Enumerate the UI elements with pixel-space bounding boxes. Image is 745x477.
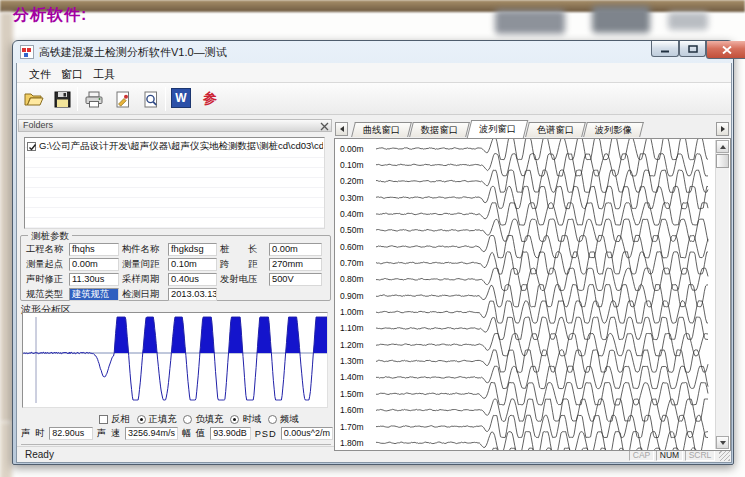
scrollbar-thumb[interactable] <box>716 154 729 168</box>
folders-panel-title: Folders <box>23 120 53 130</box>
sample-period-field[interactable]: 0.40us <box>168 273 217 286</box>
print-preview-button[interactable] <box>139 88 161 110</box>
folder-item[interactable]: G:\公司产品设计开发\超声仪器\超声仪实地检测数据\测桩cd\cd03\cd0… <box>27 140 323 153</box>
invert-label: 反相 <box>111 413 130 426</box>
menu-tools[interactable]: 工具 <box>89 66 119 83</box>
neg-fill-label: 负填充 <box>195 413 223 426</box>
field-label: 检测日期 <box>122 288 165 301</box>
parameter-button[interactable]: 参 <box>199 88 221 110</box>
minimize-button[interactable] <box>651 41 679 57</box>
depth-label: 1.20m <box>340 340 364 350</box>
span-field[interactable]: 270mm <box>269 258 322 271</box>
analysis-waveform <box>23 313 327 407</box>
vertical-scrollbar[interactable] <box>715 140 729 449</box>
background-edge <box>0 422 12 477</box>
tab-scroll-right-button[interactable] <box>716 122 729 136</box>
depth-label: 1.30m <box>340 356 364 366</box>
open-file-button[interactable] <box>23 88 45 110</box>
arrow-up-icon <box>720 145 726 149</box>
freq-domain-label: 频域 <box>280 413 299 426</box>
tab-curve-window[interactable]: 曲线窗口 <box>351 122 412 137</box>
print-button[interactable] <box>83 88 105 110</box>
checkbox-checked-icon[interactable] <box>27 142 36 151</box>
tab-wavetrain-image[interactable]: 波列影像 <box>583 122 644 137</box>
neg-fill-radio[interactable] <box>183 415 192 424</box>
spec-type-field[interactable]: 建筑规范 <box>69 288 119 301</box>
readout-row: 声 时 82.90us 声 速 3256.94m/s 幅 值 93.90dB P… <box>21 427 333 440</box>
depth-label: 0.70m <box>340 258 364 268</box>
component-name-field[interactable]: fhgkdsg <box>168 243 217 256</box>
toolbar-separator <box>77 87 78 111</box>
freq-domain-radio[interactable] <box>268 415 277 424</box>
open-folder-icon <box>24 91 44 107</box>
field-label: 规范类型 <box>26 288 66 301</box>
depth-label: 0.90m <box>340 291 364 301</box>
tab-scroll-left-button[interactable] <box>335 122 348 136</box>
printer-icon <box>84 91 104 108</box>
field-label: 发射电压 <box>220 273 266 286</box>
sound-time-value[interactable]: 82.90us <box>49 427 93 440</box>
field-label: 测量起点 <box>26 258 66 271</box>
window-title: 高铁建混凝土检测分析软件V1.0—测试 <box>39 45 227 60</box>
param-icon: 参 <box>203 90 217 108</box>
amplitude-value[interactable]: 93.90dB <box>210 427 250 440</box>
toolbar: W 参 <box>17 83 731 115</box>
depth-label: 1.40m <box>340 372 364 382</box>
wave-train-area[interactable]: 0.00m0.10m0.20m0.30m0.40m0.50m0.60m0.70m… <box>334 138 731 451</box>
amplitude-label: 幅 值 <box>182 427 206 440</box>
save-button[interactable] <box>51 88 73 110</box>
app-window: 高铁建混凝土检测分析软件V1.0—测试 文件 窗口 工具 <box>12 40 734 465</box>
invert-checkbox[interactable] <box>99 415 108 424</box>
measure-step-field[interactable]: 0.10m <box>168 258 217 271</box>
time-domain-label: 时域 <box>242 413 261 426</box>
analysis-waveform-plot[interactable] <box>22 312 328 408</box>
arrow-down-icon <box>720 441 726 445</box>
pile-params-group: 测桩参数 工程名称 fhqhs 构件名称 fhgkdsg 桩 长 0.00m 测… <box>20 235 331 301</box>
folders-list[interactable]: G:\公司产品设计开发\超声仪器\超声仪实地检测数据\测桩cd\cd03\cd0… <box>24 137 325 229</box>
toolbar-separator <box>165 87 166 111</box>
tab-wavetrain-window[interactable]: 波列窗口 <box>467 120 528 138</box>
field-label: 声时修正 <box>26 273 66 286</box>
time-domain-radio[interactable] <box>230 415 239 424</box>
pile-length-field[interactable]: 0.00m <box>269 243 322 256</box>
close-icon[interactable] <box>320 122 329 131</box>
depth-label: 0.40m <box>340 209 364 219</box>
menu-bar: 文件 窗口 工具 <box>17 63 731 83</box>
depth-label: 0.60m <box>340 242 364 252</box>
word-icon: W <box>175 91 186 105</box>
sound-speed-value[interactable]: 3256.94m/s <box>125 427 178 440</box>
time-correction-field[interactable]: 11.30us <box>69 273 119 286</box>
maximize-button[interactable] <box>679 41 706 57</box>
folder-path: G:\公司产品设计开发\超声仪器\超声仪实地检测数据\测桩cd\cd03\cd0… <box>39 140 323 153</box>
export-word-button[interactable]: W <box>171 88 191 108</box>
project-name-field[interactable]: fhqhs <box>69 243 119 256</box>
scroll-up-button[interactable] <box>716 140 729 153</box>
menu-window[interactable]: 窗口 <box>57 66 87 83</box>
voltage-field[interactable]: 500V <box>269 273 322 286</box>
folders-panel-header[interactable]: Folders <box>18 119 332 132</box>
background-blob <box>668 12 708 30</box>
client-area: 文件 窗口 工具 <box>16 63 732 463</box>
sound-speed-label: 声 速 <box>97 427 121 440</box>
depth-label: 0.20m <box>340 176 364 186</box>
psd-value[interactable]: 0.00us^2/m <box>281 427 333 440</box>
menu-file[interactable]: 文件 <box>25 66 55 83</box>
print-setup-button[interactable] <box>111 88 133 110</box>
close-button[interactable] <box>706 41 745 59</box>
test-date-field[interactable]: 2013.03.13 <box>168 288 217 301</box>
scroll-down-button[interactable] <box>716 436 729 449</box>
field-label: 采样周期 <box>122 273 165 286</box>
field-label: 桩 长 <box>220 243 266 256</box>
title-bar[interactable]: 高铁建混凝土检测分析软件V1.0—测试 <box>13 41 733 63</box>
measure-start-field[interactable]: 0.00m <box>69 258 119 271</box>
pos-fill-label: 正填充 <box>149 413 177 426</box>
depth-label: 1.80m <box>340 438 364 448</box>
pos-fill-radio[interactable] <box>137 415 146 424</box>
params-grid: 工程名称 fhqhs 构件名称 fhgkdsg 桩 长 0.00m 测量起点 0… <box>26 243 322 301</box>
tab-data-window[interactable]: 数据窗口 <box>409 122 470 137</box>
depth-label: 0.10m <box>340 160 364 170</box>
tab-spectrum-window[interactable]: 色谱窗口 <box>525 122 586 137</box>
depth-label: 0.50m <box>340 225 364 235</box>
field-label: 跨 距 <box>220 258 266 271</box>
resize-grip[interactable] <box>719 450 730 461</box>
